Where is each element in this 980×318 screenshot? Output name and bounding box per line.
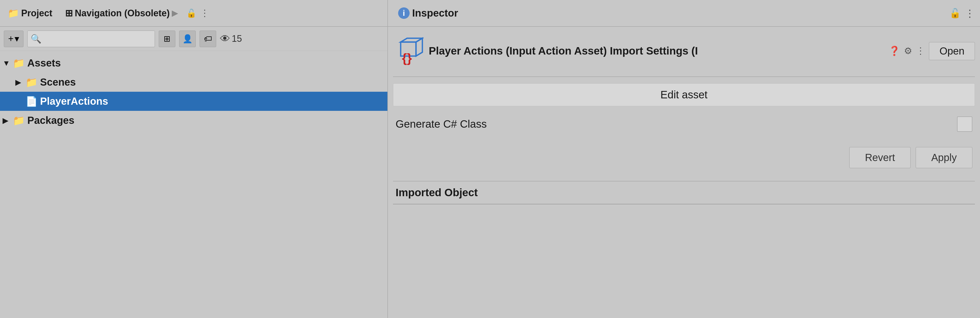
inspector-tab-bar: i Inspector 🔓 ⋮ [388,0,980,27]
tree-item-scenes[interactable]: ▶ 📁 Scenes [0,73,387,92]
apply-button[interactable]: Apply [916,147,972,168]
generate-csharp-section: Generate C# Class [393,111,975,137]
tree-item-packages[interactable]: ▶ 📁 Packages [0,111,387,130]
imported-object-section: Imported Object [393,181,975,204]
svg-marker-2 [416,38,422,56]
inspector-tab-label: Inspector [412,7,458,19]
header-divider [393,76,975,77]
person-icon: 👤 [183,34,192,44]
assets-arrow-icon: ▼ [3,59,10,68]
inspector-lock-icon[interactable]: 🔓 [950,8,961,19]
info-icon: i [398,7,410,19]
asset-more-icon[interactable]: ⋮ [916,46,925,56]
open-button[interactable]: Open [929,42,975,60]
scenes-folder-icon: 📁 [25,77,38,88]
left-tab-bar: 📁 Project ⊞ Navigation (Obsolete) ▶ 🔓 ⋮ [0,0,387,27]
asset-cube-icon: {} [393,36,424,66]
tab-lock-icon: 🔓 [186,8,197,18]
help-icon[interactable]: ❓ [889,46,900,56]
plus-icon: + [8,33,14,44]
view-toggle-button[interactable]: ⊞ [159,30,175,47]
toolbar: + ▾ 🔍 ⊞ 👤 🏷 👁 15 [0,27,387,51]
svg-text:{}: {} [402,51,412,65]
scenes-arrow-icon: ▶ [15,78,23,87]
asset-title: Player Actions (Input Action Asset) Impo… [429,45,883,57]
tab-more-icon[interactable]: ⋮ [200,8,209,19]
tree-item-player-actions[interactable]: 📄 PlayerActions [0,92,387,111]
grid-icon: ⊞ [164,34,170,44]
search-box: 🔍 [27,30,155,47]
asset-header-actions: ❓ ⚙ ⋮ Open [889,42,975,60]
packages-arrow-icon: ▶ [3,116,10,125]
imported-object-header: Imported Object [393,181,975,204]
revert-button[interactable]: Revert [850,147,911,168]
info-icon-label: i [403,8,405,18]
dropdown-icon: ▾ [14,33,19,44]
left-panel: 📁 Project ⊞ Navigation (Obsolete) ▶ 🔓 ⋮ … [0,0,388,318]
visibility-count: 👁 15 [220,33,242,44]
tag-icon: 🏷 [204,34,212,44]
assets-label: Assets [27,57,61,69]
scenes-label: Scenes [40,76,76,88]
settings-icon[interactable]: ⚙ [904,46,912,56]
assets-folder-icon: 📁 [13,58,25,69]
tab-project[interactable]: 📁 Project [3,6,57,21]
asset-icon-container: {} [393,36,424,66]
packages-label: Packages [27,115,75,126]
imported-object-title: Imported Object [396,187,478,199]
bottom-divider [393,204,975,204]
add-button[interactable]: + ▾ [4,30,24,47]
asset-header: {} Player Actions (Input Action Asset) I… [393,32,975,70]
folder-icon: 📁 [8,8,19,19]
action-buttons: Revert Apply [393,142,975,173]
player-actions-file-icon: 📄 [25,96,38,107]
tree-item-assets[interactable]: ▼ 📁 Assets [0,54,387,73]
tab-arrow-icon: ▶ [172,9,178,17]
packages-button[interactable]: 👤 [179,30,196,47]
nav-icon: ⊞ [65,8,73,19]
tab-navigation[interactable]: ⊞ Navigation (Obsolete) ▶ [60,6,183,21]
generate-csharp-label: Generate C# Class [396,118,950,130]
search-input[interactable] [43,34,151,44]
tab-inspector[interactable]: i Inspector [393,5,463,21]
inspector-menu-icon[interactable]: ⋮ [965,7,975,19]
player-actions-label: PlayerActions [40,96,108,107]
inspector-body: {} Player Actions (Input Action Asset) I… [388,27,980,318]
tab-project-label: Project [21,8,52,19]
file-tree: ▼ 📁 Assets ▶ 📁 Scenes 📄 PlayerActions ▶ … [0,51,387,318]
packages-folder-icon: 📁 [13,115,25,126]
main-container: 📁 Project ⊞ Navigation (Obsolete) ▶ 🔓 ⋮ … [0,0,980,318]
eye-icon: 👁 [220,33,230,44]
visibility-number: 15 [232,33,242,44]
tab-navigation-label: Navigation (Obsolete) [75,8,170,19]
search-icon: 🔍 [30,34,41,44]
generate-csharp-checkbox[interactable] [957,116,972,132]
tag-button[interactable]: 🏷 [200,30,216,47]
right-panel: i Inspector 🔓 ⋮ [388,0,980,318]
edit-asset-button[interactable]: Edit asset [393,83,975,106]
